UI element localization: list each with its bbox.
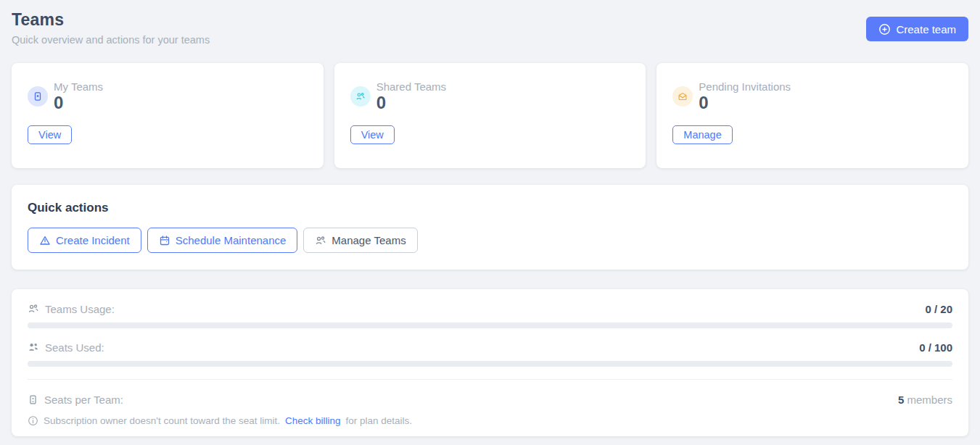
shared-teams-view-button[interactable]: View: [350, 125, 395, 144]
schedule-maintenance-label: Schedule Maintenance: [176, 234, 287, 246]
check-billing-link[interactable]: Check billing: [285, 415, 341, 426]
users-icon: [315, 235, 326, 246]
schedule-maintenance-button[interactable]: Schedule Maintenance: [147, 228, 298, 253]
page-header-text: Teams Quick overview and actions for you…: [12, 10, 210, 46]
quick-actions-title: Quick actions: [28, 201, 952, 215]
create-team-button[interactable]: Create team: [866, 17, 968, 41]
page-subtitle: Quick overview and actions for your team…: [12, 34, 210, 46]
calendar-icon: [159, 235, 170, 246]
teams-usage-row: Teams Usage: 0 / 20: [28, 302, 952, 315]
create-incident-label: Create Incident: [56, 234, 130, 246]
manage-teams-label: Manage Teams: [332, 234, 405, 246]
note-prefix: Subscription owner doesn't count toward …: [44, 415, 280, 426]
teams-usage-progressbar: [28, 323, 952, 328]
seat-limit-note: Subscription owner doesn't count toward …: [28, 415, 952, 426]
quick-actions-panel: Quick actions Create Incident: [12, 185, 968, 270]
seats-used-value: 0 / 100: [919, 341, 952, 354]
warning-icon: [39, 235, 51, 246]
usage-panel: Teams Usage: 0 / 20 Seats Used: 0 / 100: [12, 289, 968, 436]
info-icon: [28, 415, 38, 426]
create-team-label: Create team: [896, 23, 956, 36]
page-title: Teams: [12, 10, 210, 30]
seats-per-team-value: 5 members: [898, 394, 952, 406]
page-header: Teams Quick overview and actions for you…: [12, 10, 968, 46]
note-suffix: for plan details.: [346, 415, 413, 426]
pending-invitations-card: Pending Invitations 0 Manage: [656, 63, 968, 168]
id-badge-icon: [28, 86, 48, 107]
usage-divider: [28, 379, 952, 380]
stats-cards-row: My Teams 0 View Shared Teams: [12, 63, 968, 168]
my-teams-card: My Teams 0 View: [12, 63, 324, 168]
teams-usage-label: Teams Usage:: [45, 303, 115, 315]
users-icon: [350, 86, 371, 107]
users-outline-icon: [28, 303, 39, 315]
seats-per-team-number: 5: [898, 394, 904, 406]
seats-per-team-label: Seats per Team:: [44, 394, 123, 406]
users-filled-icon: [28, 341, 39, 353]
seats-used-progressbar: [28, 361, 952, 367]
stat-label: My Teams: [54, 80, 103, 93]
id-badge-icon: [28, 394, 38, 405]
stat-value: 0: [376, 94, 446, 112]
stat-value: 0: [54, 94, 103, 112]
stat-label: Pending Invitations: [699, 80, 791, 93]
stat-value: 0: [699, 94, 791, 112]
stat-label: Shared Teams: [376, 80, 446, 93]
seats-used-label: Seats Used:: [45, 341, 104, 354]
seats-per-team-unit: members: [907, 394, 952, 406]
teams-usage-value: 0 / 20: [925, 303, 952, 315]
teams-page: Teams Quick overview and actions for you…: [0, 0, 980, 436]
manage-teams-button[interactable]: Manage Teams: [303, 228, 417, 253]
seats-per-team-row: Seats per Team: 5 members: [28, 393, 952, 406]
mail-open-icon: [672, 86, 693, 107]
shared-teams-card: Shared Teams 0 View: [334, 63, 646, 168]
pending-invitations-manage-button[interactable]: Manage: [672, 125, 732, 144]
create-incident-button[interactable]: Create Incident: [28, 228, 141, 253]
plus-circle-icon: [878, 23, 891, 36]
my-teams-view-button[interactable]: View: [28, 125, 72, 144]
seats-used-row: Seats Used: 0 / 100: [28, 341, 952, 354]
